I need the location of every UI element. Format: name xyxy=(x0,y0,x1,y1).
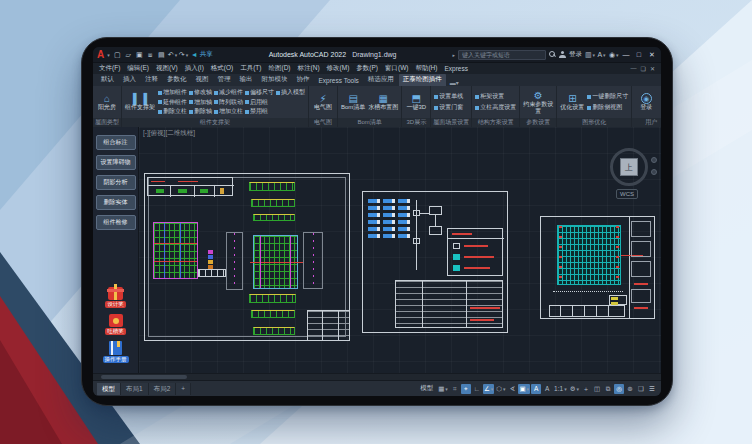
menu-item[interactable]: 文件(F) xyxy=(99,64,120,73)
doc-restore-button[interactable]: ❏ xyxy=(641,65,646,72)
gutter-layout-button[interactable]: ▦ 水槽布置图 xyxy=(368,93,398,111)
frame-settings-button[interactable]: 柜架设置 xyxy=(475,92,516,101)
annotation-monitor-icon[interactable]: ＋ xyxy=(581,384,591,394)
ribbon-small-button[interactable]: 延伸组件 xyxy=(158,98,187,107)
account-icon[interactable] xyxy=(559,51,566,58)
doc-close-button[interactable]: ✕ xyxy=(650,65,655,72)
ribbon-tab[interactable]: 附加模块 xyxy=(258,74,292,86)
ribbon-small-button[interactable]: 增加组件 xyxy=(158,88,187,97)
panel-title[interactable]: 屋面场景设置 xyxy=(431,118,471,127)
close-button[interactable]: ✕ xyxy=(647,51,657,59)
doc-minimize-button[interactable]: — xyxy=(631,65,637,72)
osnap-tracking-icon[interactable]: ∢ xyxy=(507,384,517,394)
support-frame-button[interactable]: ▌▐ 组件支撑架 xyxy=(125,93,155,111)
menu-item[interactable]: 格式(O) xyxy=(211,64,233,73)
workspace-gear-icon[interactable]: ⚙ xyxy=(569,384,580,394)
panel-title[interactable]: 图形优化 xyxy=(557,118,631,127)
tab-model[interactable]: 模型 xyxy=(97,383,121,395)
menu-item[interactable]: 帮助(H) xyxy=(415,64,437,73)
ribbon-display-toggle-icon[interactable]: ▬▾ xyxy=(450,79,459,86)
viewcube-top-face[interactable]: 上 xyxy=(620,158,638,176)
ribbon-tab[interactable]: 输出 xyxy=(236,74,257,86)
optimize-settings-button[interactable]: ⊞ 优化设置 xyxy=(560,93,584,111)
bom-list-button[interactable]: ▤ Bom清单 xyxy=(341,93,365,111)
annotation-scale-label[interactable]: 1:1 xyxy=(553,384,568,394)
constraint-params-button[interactable]: ⚙ 约束参数设置 xyxy=(523,90,553,114)
panel-title[interactable]: 电气图 xyxy=(309,118,337,127)
clean-screen-icon[interactable]: ❏ xyxy=(636,384,646,394)
polar-tracking-icon[interactable]: ∠ xyxy=(483,384,494,394)
osnap-icon[interactable]: ▣ xyxy=(518,384,530,394)
feedback-award-button[interactable]: 吐槽奖 xyxy=(105,314,126,335)
ribbon-tab[interactable]: 管理 xyxy=(214,74,235,86)
menu-item[interactable]: 工具(T) xyxy=(240,64,261,73)
logo-caret-icon[interactable]: ▾ xyxy=(107,52,110,58)
ribbon-tab[interactable]: 正泰绘图插件 xyxy=(399,74,446,86)
delete-dimensions-button[interactable]: 一键删除尺寸 xyxy=(587,92,628,101)
ribbon-small-button[interactable]: 增加立柱 xyxy=(214,107,243,116)
dynamic-input-icon[interactable]: ⌖ xyxy=(461,384,471,394)
wcs-dropdown[interactable]: WCS xyxy=(616,189,638,199)
ribbon-tab[interactable]: Express Tools xyxy=(315,76,363,86)
menu-item[interactable]: 编辑(E) xyxy=(127,64,149,73)
sidebar-tool-button[interactable]: 设置障碍物 xyxy=(96,155,136,170)
ribbon-small-button[interactable]: 删除轴 xyxy=(189,107,212,116)
help-circle-icon[interactable]: ◉ xyxy=(609,50,618,60)
ribbon-small-button[interactable]: 偏移尺寸 xyxy=(245,88,274,97)
ribbon-small-button[interactable]: 阵列联动 xyxy=(214,98,243,107)
panel-title[interactable]: 3D展示 xyxy=(402,118,430,127)
save-as-icon[interactable]: ⧈ xyxy=(146,50,155,59)
annotation-visibility-icon[interactable]: A xyxy=(531,384,541,394)
one-key-3d-button[interactable]: ⬒ 一键3D xyxy=(405,93,427,111)
design-award-button[interactable]: 设计奖 xyxy=(105,287,126,308)
sunroom-button[interactable]: ⌂ 阳光房 xyxy=(96,93,118,111)
ribbon-small-button[interactable]: 启用组 xyxy=(245,98,268,107)
panel-title[interactable]: 屋面类型 xyxy=(93,118,121,127)
ortho-icon[interactable]: ∟ xyxy=(472,384,482,394)
undo-icon[interactable]: ↶ xyxy=(168,50,177,60)
isolate-objects-icon[interactable]: ◎ xyxy=(614,384,624,394)
units-icon[interactable]: ◫ xyxy=(592,384,602,394)
search-input[interactable] xyxy=(458,50,546,60)
ribbon-small-button[interactable]: 修改轴 xyxy=(189,88,212,97)
sidebar-tool-button[interactable]: 组件检修 xyxy=(96,215,136,230)
ribbon-tab[interactable]: 视图 xyxy=(192,74,213,86)
panel-title[interactable]: Bom清单 xyxy=(338,118,401,127)
plot-icon[interactable]: ▤ xyxy=(157,50,166,59)
search-icon[interactable] xyxy=(549,51,556,58)
menu-item[interactable]: 绘图(D) xyxy=(269,64,291,73)
menu-item[interactable]: 修改(M) xyxy=(327,64,350,73)
drawing-canvas[interactable]: [-][俯视][二维线框] xyxy=(139,127,661,373)
autodesk-apps-icon[interactable]: A xyxy=(597,50,606,60)
sign-in-label[interactable]: 登录 xyxy=(569,50,582,59)
panel-title[interactable]: 结构方案设置 xyxy=(472,118,519,127)
maximize-button[interactable]: □ xyxy=(634,51,644,58)
autocad-logo-icon[interactable]: A xyxy=(97,50,104,60)
set-single-line-button[interactable]: 设置单线 xyxy=(434,92,463,101)
appstore-cart-icon[interactable]: ▥ xyxy=(585,50,594,60)
panel-title[interactable]: 用户 xyxy=(632,118,661,127)
ribbon-small-button[interactable]: 插入模型 xyxy=(276,88,305,97)
customize-icon[interactable]: ☰ xyxy=(647,384,657,394)
navbar-zoom-icon[interactable] xyxy=(651,169,657,175)
grid-icon[interactable]: ▦ xyxy=(437,384,449,394)
sidebar-tool-button[interactable]: 阴影分析 xyxy=(96,175,136,190)
sidebar-tool-button[interactable]: 组合标注 xyxy=(96,135,136,150)
minimize-button[interactable]: — xyxy=(621,51,631,58)
tab-layout[interactable]: 布局1 xyxy=(121,383,149,395)
viewport-controls-label[interactable]: [-][俯视][二维线框] xyxy=(143,129,195,138)
set-door-window-button[interactable]: 设置门窗 xyxy=(434,103,463,112)
panel-title[interactable]: 组件支撑架 xyxy=(122,118,308,127)
ribbon-tab[interactable]: 参数化 xyxy=(163,74,191,86)
navbar-pan-icon[interactable] xyxy=(651,157,657,163)
login-button[interactable]: ◉ 登录 xyxy=(635,93,657,111)
menu-item[interactable]: 窗口(W) xyxy=(385,64,408,73)
isodraft-icon[interactable]: ⬡ xyxy=(495,384,506,394)
search-history-caret-icon[interactable]: ▸ xyxy=(452,52,455,58)
horizontal-scrollbar[interactable] xyxy=(93,373,661,380)
snap-icon[interactable]: ⌗ xyxy=(450,384,460,394)
column-height-button[interactable]: 立柱高度设置 xyxy=(475,103,516,112)
new-file-icon[interactable]: ▢ xyxy=(113,50,122,59)
ribbon-small-button[interactable]: 增加轴 xyxy=(189,98,212,107)
menu-item[interactable]: 视图(V) xyxy=(156,64,178,73)
